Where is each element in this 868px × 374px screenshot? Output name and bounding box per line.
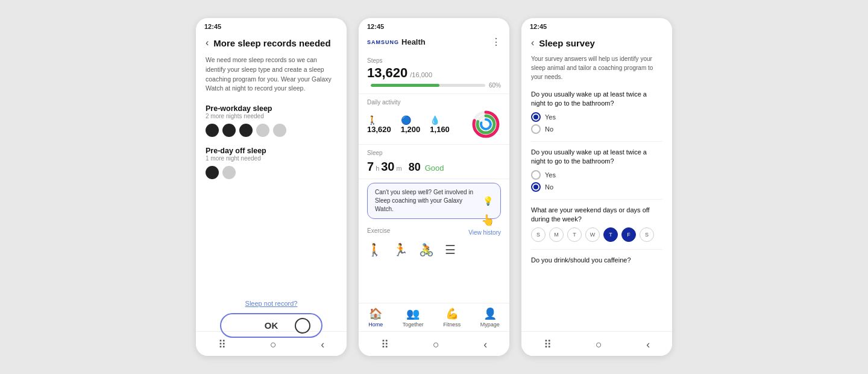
nav-together[interactable]: 👥 Together <box>403 307 424 328</box>
phone3-header: ‹ Sleep survey <box>531 37 662 48</box>
stat-water: 💧 1,160 <box>430 115 450 134</box>
calories-icon: 🔵 <box>401 115 411 125</box>
nav-bar-2: ⠿ ○ ‹ <box>359 331 509 356</box>
nav-menu-icon-2[interactable]: ⠿ <box>381 338 389 351</box>
q2-yes[interactable]: Yes <box>531 170 662 180</box>
bulb-icon: 💡 <box>483 196 493 206</box>
progress-bar <box>371 84 485 87</box>
time-3: 12:45 <box>530 23 547 30</box>
activity-row: 🚶 13,620 🔵 1,200 💧 1,160 <box>367 109 501 139</box>
q2-text: Do you usually wake up at least twice a … <box>531 148 662 166</box>
sleep-minutes: 30 <box>381 160 394 174</box>
q1-no[interactable]: No <box>531 124 662 134</box>
q1-yes[interactable]: Yes <box>531 112 662 122</box>
progress-percent: 60% <box>489 82 501 89</box>
phone1-header: ‹ More sleep records needed <box>206 37 337 48</box>
q3-text: What are your weekend days or days off d… <box>531 206 662 224</box>
nav-back-icon-2[interactable]: ‹ <box>483 338 487 351</box>
nav-menu-icon[interactable]: ⠿ <box>218 338 226 351</box>
sleep-score: 80 <box>409 161 421 174</box>
question-3: What are your weekend days or days off d… <box>531 206 662 242</box>
nav-menu-icon-3[interactable]: ⠿ <box>544 338 552 351</box>
q2-no-radio[interactable] <box>531 182 541 192</box>
phone-3: 12:45 ‹ Sleep survey Your survey answers… <box>521 18 672 356</box>
sleep-banner-text: Can't you sleep well? Get involved in Sl… <box>375 188 478 214</box>
phone-1: 12:45 ‹ More sleep records needed We nee… <box>196 18 347 356</box>
nav-home-icon[interactable]: ○ <box>270 338 277 351</box>
health-text: Health <box>401 37 426 46</box>
nav-back-icon[interactable]: ‹ <box>321 338 324 351</box>
description-1: We need more sleep records so we can ide… <box>206 55 337 94</box>
cal-val: 1,200 <box>401 125 421 134</box>
day-t2[interactable]: T <box>603 227 618 242</box>
progress-fill <box>371 84 439 87</box>
together-icon: 👥 <box>406 307 420 320</box>
exercise-label: Exercise <box>367 227 390 234</box>
more-exercise-icon: ☰ <box>445 242 456 257</box>
q1-no-radio[interactable] <box>531 124 541 134</box>
walk-icon: 🚶 <box>367 115 377 125</box>
sleep-section2: Sleep 7 h 30 m 80 Good <box>359 145 509 179</box>
question-4-preview: Do you drink/should you caffeine? <box>531 256 662 265</box>
day-t1[interactable]: T <box>567 227 582 242</box>
day-s2[interactable]: S <box>640 227 654 242</box>
view-history-link[interactable]: View history <box>468 229 501 236</box>
q1-no-label: No <box>545 125 553 133</box>
more-options-icon[interactable]: ⋮ <box>491 36 501 48</box>
nav-home[interactable]: 🏠 Home <box>368 307 383 328</box>
m-unit: m <box>397 165 402 172</box>
sleep-quality-word: Good <box>425 163 444 173</box>
nav-mypage[interactable]: 👤 Mypage <box>480 307 500 328</box>
nav-back-icon-3[interactable]: ‹ <box>646 338 650 351</box>
sleep-label: Sleep <box>367 150 501 156</box>
exercise-icons: 🚶 🏃 🚴 ☰ <box>367 242 501 257</box>
together-label: Together <box>403 322 424 328</box>
steps-section: Steps 13,620 /16,000 60% <box>359 52 509 94</box>
q1-yes-radio[interactable] <box>531 112 541 122</box>
nav-fitness[interactable]: 💪 Fitness <box>443 307 461 328</box>
steps-label: Steps <box>367 57 501 64</box>
sleep-not-record-link[interactable]: Sleep not record? <box>245 300 298 307</box>
day-s1[interactable]: S <box>531 227 546 242</box>
day-w[interactable]: W <box>585 227 600 242</box>
activity-ring-svg <box>471 109 501 139</box>
dot-3 <box>239 124 253 137</box>
stat-steps: 🚶 13,620 <box>367 115 391 134</box>
q1-yes-label: Yes <box>545 113 556 121</box>
q2-no-label: No <box>545 183 553 191</box>
pre-day-off-title: Pre-day off sleep <box>206 147 337 155</box>
back-arrow-icon-3[interactable]: ‹ <box>531 37 534 48</box>
day-m[interactable]: M <box>549 227 564 242</box>
samsung-header: SAMSUNG Health ⋮ <box>359 33 509 52</box>
steps-total: /16,000 <box>410 71 432 78</box>
back-arrow-icon[interactable]: ‹ <box>206 37 209 48</box>
question-1: Do you usually wake up at least twice a … <box>531 90 662 134</box>
q2-no[interactable]: No <box>531 182 662 192</box>
phone3-main: ‹ Sleep survey Your survey answers will … <box>521 33 672 331</box>
samsung-text: SAMSUNG <box>367 39 399 45</box>
day-f[interactable]: F <box>621 227 636 242</box>
ok-label: OK <box>265 320 278 331</box>
nav-home-icon-2[interactable]: ○ <box>433 338 439 351</box>
bottom-nav-2: 🏠 Home 👥 Together 💪 Fitness 👤 Mypage <box>359 303 509 331</box>
sleep-value-row: 7 h 30 m 80 Good <box>367 160 501 174</box>
activity-stats: 🚶 13,620 🔵 1,200 💧 1,160 <box>367 115 450 134</box>
cursor-pointer-icon: 👆 <box>481 214 494 227</box>
steps-value: 13,620 <box>367 65 407 81</box>
sleep-coaching-banner[interactable]: Can't you sleep well? Get involved in Sl… <box>367 183 501 219</box>
page-title-1: More sleep records needed <box>213 38 330 48</box>
survey-desc: Your survey answers will help us identif… <box>531 54 662 81</box>
phone1-footer: Sleep not record? OK <box>196 300 347 338</box>
time-2: 12:45 <box>367 23 384 30</box>
dot-2 <box>222 124 236 137</box>
exercise-header: Exercise View history <box>367 227 501 238</box>
dot-5 <box>273 124 286 137</box>
ok-button[interactable]: OK <box>220 313 322 338</box>
nav-home-icon-3[interactable]: ○ <box>596 338 602 351</box>
dot-a <box>206 166 219 179</box>
bike-exercise-icon: 🚴 <box>419 242 434 257</box>
q2-yes-radio[interactable] <box>531 170 541 180</box>
q4-text: Do you drink/should you caffeine? <box>531 256 662 265</box>
home-label: Home <box>368 322 383 328</box>
exercise-section: Exercise View history 🚶 🏃 🚴 ☰ <box>359 223 509 262</box>
